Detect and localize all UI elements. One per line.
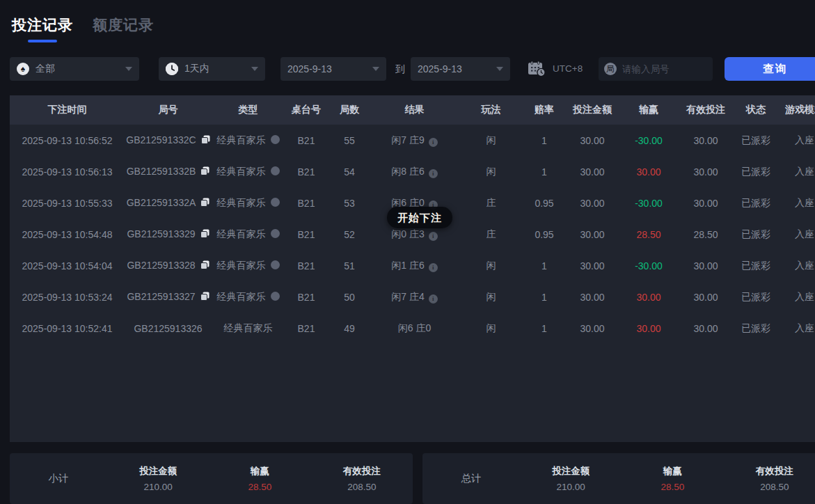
filter-bar: ♠ 全部 1天内 2025-9-13 到 2025-9-13 bbox=[10, 57, 815, 81]
cell-round-no: 54 bbox=[328, 156, 371, 187]
cell-valid-bet: 30.00 bbox=[677, 281, 734, 313]
cell-round-no: 55 bbox=[328, 125, 371, 156]
cell-round-id: GB2125913328 bbox=[125, 250, 212, 281]
column-header: 投注金额 bbox=[564, 95, 620, 125]
copy-icon[interactable] bbox=[200, 292, 209, 303]
date-from-picker[interactable]: 2025-9-13 bbox=[280, 57, 386, 81]
cell-round-no: 53 bbox=[328, 187, 371, 219]
table-row[interactable]: 2025-09-13 10:54:04 GB2125913328 经典百家乐 B… bbox=[10, 250, 815, 281]
column-header: 下注时间 bbox=[10, 95, 125, 125]
date-from-value: 2025-9-13 bbox=[287, 63, 332, 74]
cell-bet-side: 闲 bbox=[458, 250, 524, 281]
game-info-icon[interactable] bbox=[271, 198, 280, 207]
column-header: 桌台号 bbox=[285, 95, 328, 125]
records-table: 下注时间局号类型桌台号局数结果玩法赔率投注金额输赢有效投注状态游戏模式 2025… bbox=[10, 95, 815, 442]
cell-round-id: GB2125913326 bbox=[125, 313, 212, 344]
info-icon[interactable]: i bbox=[429, 294, 438, 304]
start-betting-tooltip: 开始下注 bbox=[387, 207, 452, 228]
column-header: 结果 bbox=[371, 95, 458, 125]
round-id-input[interactable] bbox=[622, 64, 699, 74]
time-range-dropdown[interactable]: 1天内 bbox=[159, 57, 265, 81]
cell-round-id: GB2125913329 bbox=[125, 219, 212, 250]
clock-icon bbox=[166, 63, 178, 75]
cell-bet-time: 2025-09-13 10:53:24 bbox=[10, 281, 125, 313]
game-info-icon[interactable] bbox=[271, 292, 280, 301]
cell-bet-time: 2025-09-13 10:54:48 bbox=[10, 219, 125, 250]
copy-icon[interactable] bbox=[201, 135, 210, 146]
column-header: 局数 bbox=[328, 95, 371, 125]
cell-result: 闲1 庄6i bbox=[371, 250, 458, 281]
cell-valid-bet: 30.00 bbox=[677, 313, 734, 344]
table-row[interactable]: 2025-09-13 10:52:41 GB2125913326 经典百家乐 B… bbox=[10, 313, 815, 344]
date-to-value: 2025-9-13 bbox=[418, 63, 462, 74]
game-info-icon[interactable] bbox=[271, 166, 280, 175]
cell-status: 已派彩 bbox=[734, 281, 777, 313]
column-header: 输赢 bbox=[620, 95, 677, 125]
tab-quota-records-label: 额度记录 bbox=[93, 15, 154, 35]
table-row[interactable]: 2025-09-13 10:56:52 GB212591332C 经典百家乐 B… bbox=[10, 125, 815, 156]
timezone-label: UTC+8 bbox=[553, 57, 583, 81]
calendar-clock-icon bbox=[528, 57, 547, 81]
cell-status: 已派彩 bbox=[734, 187, 777, 219]
copy-icon[interactable] bbox=[200, 198, 209, 209]
cell-bet-side: 庄 bbox=[458, 219, 524, 250]
subtotal-winloss: 输赢 28.50 bbox=[209, 465, 310, 492]
cell-game-type: 经典百家乐 bbox=[212, 156, 285, 187]
cell-game-mode: 入座 bbox=[777, 156, 815, 187]
game-info-icon[interactable] bbox=[271, 229, 280, 238]
info-icon[interactable]: i bbox=[429, 232, 438, 241]
cell-odds: 1 bbox=[524, 125, 564, 156]
info-icon[interactable]: i bbox=[429, 138, 438, 147]
tab-betting-records[interactable]: 投注记录 bbox=[12, 15, 73, 42]
spade-icon: ♠ bbox=[17, 63, 29, 75]
cell-table-no: B21 bbox=[285, 219, 328, 250]
cell-game-mode: 入座 bbox=[777, 250, 815, 281]
subtotal-valid-bet: 有效投注 208.50 bbox=[311, 465, 413, 492]
cell-status: 已派彩 bbox=[734, 125, 777, 156]
column-header: 赔率 bbox=[524, 95, 564, 125]
table-body: 2025-09-13 10:56:52 GB212591332C 经典百家乐 B… bbox=[10, 125, 815, 344]
round-id-search-box: 局 bbox=[599, 57, 713, 81]
cell-bet-amount: 30.00 bbox=[564, 250, 620, 281]
cell-bet-amount: 30.00 bbox=[564, 125, 620, 156]
cell-game-type: 经典百家乐 bbox=[212, 187, 285, 219]
column-header: 局号 bbox=[125, 95, 212, 125]
date-to-picker[interactable]: 2025-9-13 bbox=[411, 57, 510, 81]
search-button[interactable]: 查询 bbox=[725, 57, 815, 81]
info-icon[interactable]: i bbox=[429, 169, 438, 178]
table-row[interactable]: 2025-09-13 10:53:24 GB2125913327 经典百家乐 B… bbox=[10, 281, 815, 313]
total-bet-amount: 投注金额 210.00 bbox=[520, 465, 622, 492]
cell-odds: 1 bbox=[524, 281, 564, 313]
table-row[interactable]: 2025-09-13 10:56:13 GB212591332B 经典百家乐 B… bbox=[10, 156, 815, 187]
cell-bet-amount: 30.00 bbox=[564, 187, 620, 219]
cell-game-type: 经典百家乐 bbox=[212, 250, 285, 281]
copy-icon[interactable] bbox=[200, 166, 209, 178]
game-info-icon[interactable] bbox=[271, 135, 280, 144]
cell-bet-side: 闲 bbox=[458, 125, 524, 156]
cell-odds: 1 bbox=[524, 250, 564, 281]
cell-winloss: 30.00 bbox=[620, 281, 677, 313]
cell-bet-time: 2025-09-13 10:55:33 bbox=[10, 187, 125, 219]
game-type-dropdown[interactable]: ♠ 全部 bbox=[10, 57, 139, 81]
total-label: 总计 bbox=[422, 472, 520, 485]
game-info-icon[interactable] bbox=[271, 260, 280, 269]
cell-result: 闲8 庄6i bbox=[371, 156, 458, 187]
cell-round-id: GB212591332B bbox=[125, 156, 212, 187]
info-icon[interactable]: i bbox=[429, 263, 438, 272]
betting-records-page: 投注记录 额度记录 ♠ 全部 1天内 2025-9-13 到 2025-9-13 bbox=[0, 0, 815, 504]
cell-game-mode: 入座 bbox=[777, 313, 815, 344]
copy-icon[interactable] bbox=[200, 260, 209, 271]
cell-valid-bet: 30.00 bbox=[677, 125, 734, 156]
cell-table-no: B21 bbox=[285, 281, 328, 313]
cell-game-mode: 入座 bbox=[777, 125, 815, 156]
cell-round-no: 49 bbox=[328, 313, 371, 344]
total-winloss: 输赢 28.50 bbox=[622, 465, 723, 492]
cell-bet-amount: 30.00 bbox=[564, 219, 620, 250]
active-tab-underline bbox=[28, 40, 57, 42]
tab-quota-records[interactable]: 额度记录 bbox=[93, 15, 154, 35]
cell-result: 闲6 庄0i bbox=[371, 313, 458, 344]
cell-round-id: GB212591332A bbox=[125, 187, 212, 219]
cell-table-no: B21 bbox=[285, 125, 328, 156]
cell-winloss: 28.50 bbox=[620, 219, 677, 250]
copy-icon[interactable] bbox=[200, 229, 209, 240]
